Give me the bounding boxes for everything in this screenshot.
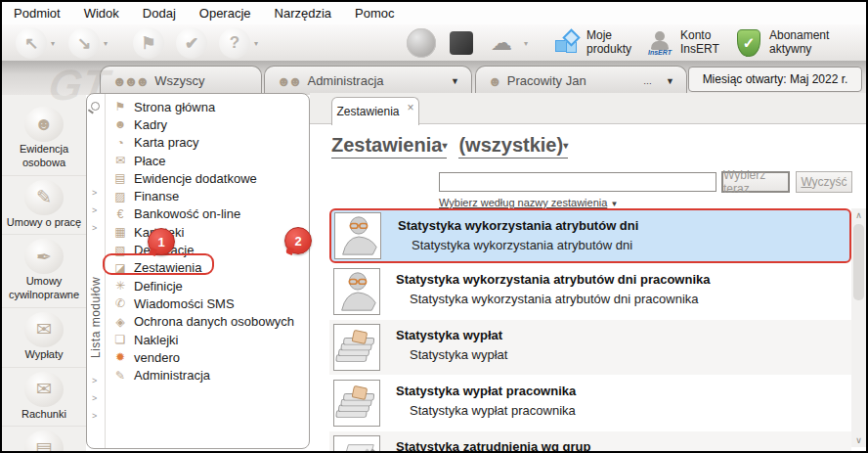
filter-by-name-link[interactable]: Wybierz według nazwy zestawienia ▼ [439,197,618,208]
report-item-statystyka-wykorzystania-atrybutow-dni-pracownika[interactable]: Statystyka wykorzystania atrybutów dni p… [329,264,851,319]
chevron-down-icon[interactable]: ▾ [254,39,258,48]
chevron-down-icon[interactable]: ▼ [451,76,459,86]
module-item-label: Naklejki [134,333,179,347]
chevron-down-icon[interactable]: ▾ [104,39,108,48]
expander-chevron-icon[interactable]: > [92,393,97,403]
modules-panel-title: Lista modułów [89,241,105,358]
cloud-icon: ☁ [491,30,512,56]
menu-widok[interactable]: Widok [84,6,119,21]
open-month-label: Miesiąc otwarty: Maj 2022 r. [703,72,848,86]
menu-dodaj[interactable]: Dodaj [143,6,176,21]
report-item-statystyka-wyplat[interactable]: Statystyka wypłat Statystyka wypłat [329,320,851,375]
chevron-down-icon: ▾ [563,140,568,151]
globe-button[interactable] [407,24,436,61]
report-item-statystyka-wyplat-pracownika[interactable]: Statystyka wypłat pracownika Statystyka … [329,376,851,430]
cube-button[interactable] [450,24,473,61]
chevron-down-icon[interactable]: ▼ [666,76,674,86]
konto-insert-button[interactable]: InsERT Konto InsERT [647,24,725,61]
module-item-label: Zestawienia [134,260,201,275]
expander-chevron-icon[interactable]: > [92,205,97,215]
report-item-statystyka-wykorzystania-atrybutow-dni[interactable]: Statystyka wykorzystania atrybutów dni S… [329,208,851,263]
report-item-statystyka-zatrudnienia-wg-grup[interactable]: Statystyka zatrudnienia wg grup Statysty… [329,431,851,451]
module-item-vendero[interactable]: ✹vendero [107,348,309,366]
heading-filter-dropdown[interactable]: (wszystkie)▾ [458,134,568,159]
search-input[interactable] [439,172,716,192]
module-item-definicje[interactable]: ✳Definicje [107,277,309,294]
sidebar-item-wyplaty[interactable]: ✉ Wypłaty [2,308,86,368]
heading-category-dropdown[interactable]: Zestawienia▾ [331,134,447,159]
module-item-karta-pracy[interactable]: ◔Karta pracy [107,134,309,152]
module-item-naklejki[interactable]: ❏Naklejki [107,331,309,348]
module-item-wiadomosci-sms[interactable]: ✆Wiadomości SMS [107,294,309,312]
module-item-kadry[interactable]: ☻Kadry [107,115,309,133]
module-item-strona-glowna[interactable]: ⚑Strona główna [107,98,309,115]
wybierz-teraz-label: Wybierz teraz [723,168,788,196]
check-flag-icon[interactable]: ✔ [176,27,207,59]
chevron-down-icon[interactable]: ▾ [524,39,528,48]
reports-icon: ◪ [112,261,128,275]
module-item-kartoteki[interactable]: ▦Kartoteki [107,223,309,241]
menu-podmiot[interactable]: Podmiot [14,6,61,21]
module-item-zestawienia[interactable]: ◪Zestawienia [107,259,309,277]
annotation-badge-1: 1 [148,228,175,255]
flag-icon[interactable]: ⚑ [133,27,164,59]
moje-produkty-button[interactable]: Moje produkty [555,24,641,61]
cursor-arrow-icon[interactable]: ↖ [16,27,47,59]
civil-contract-icon: ✒ [24,239,64,274]
bill-envelope-icon: ✉ [24,372,64,407]
module-item-label: Definicje [134,279,183,294]
expander-chevron-icon[interactable]: > [92,376,97,385]
tab-administracja[interactable]: ☻☻ Administracja ▼ [264,66,472,95]
wyczysc-button[interactable]: Wyczyść [796,171,852,193]
sidebar-item-rachunki[interactable]: ✉ Rachunki [2,368,86,428]
vendero-gear-icon: ✹ [112,350,128,364]
konto-insert-label: Konto InsERT [680,29,725,57]
declarations-icon: ▧ [112,244,128,257]
menu-operacje[interactable]: Operacje [199,6,251,21]
list-scrollbar[interactable]: ∧ ∨ [851,208,866,447]
help-icon[interactable]: ? [219,27,250,59]
tab-zestawienia[interactable]: Zestawienia × [331,97,419,125]
heading-category-label: Zestawienia [331,134,442,156]
person-icon: ☻ [24,107,64,142]
module-item-ewidencje-dodatkowe[interactable]: ▤Ewidencje dodatkowe [107,169,309,187]
module-item-place[interactable]: ✉Płace [107,152,309,169]
scroll-up-icon[interactable]: ∧ [851,210,866,220]
scroll-down-icon[interactable]: ∨ [851,435,866,445]
close-icon[interactable]: × [408,101,414,114]
scrollbar-thumb[interactable] [853,224,864,300]
sidebar-item-deklaracje-skarbowe[interactable]: ▤ Deklaracje skarbowe [2,427,86,453]
abonament-button[interactable]: ✓ Abonament aktywny [737,24,866,61]
expander-chevron-icon[interactable]: > [92,223,97,233]
sidebar-item-umowy-cywilnoprawne[interactable]: ✒ Umowy cywilnoprawne [2,235,86,308]
admin-edit-icon: ✎ [112,369,128,383]
ellipsis-icon[interactable]: … [643,76,652,86]
module-item-finanse[interactable]: ▨Finanse [107,187,309,204]
module-item-label: vendero [134,350,180,365]
expander-chevron-icon[interactable]: > [92,411,97,421]
people-group-icon: ☻☻☻ [112,73,147,89]
tab-wszyscy[interactable]: ☻☻☻ Wszyscy [100,66,262,95]
chevron-down-icon[interactable]: ▾ [51,39,55,48]
report-subtitle: Statystyka wykorzystania atrybutów dni p… [410,292,699,306]
sidebar-item-ewidencja-osobowa[interactable]: ☻ Ewidencja osobowa [2,103,86,176]
cloud-sync-button[interactable]: ☁ [491,24,512,61]
module-item-administracja[interactable]: ✎Administracja [107,366,309,384]
menu-narzedzia[interactable]: Narzędzia [275,6,332,21]
open-month-panel: Miesiąc otwarty: Maj 2022 r. [688,67,862,92]
send-arrow-icon[interactable]: ↘ [68,27,100,59]
menu-pomoc[interactable]: Pomoc [355,6,394,21]
module-item-ochrona-danych-osobowych[interactable]: ◈Ochrona danych osobowych [107,313,309,331]
pin-search-icon[interactable] [91,102,100,111]
heading-filter-label: (wszystkie) [458,134,563,156]
report-title: Statystyka wypłat pracownika [396,384,576,398]
labels-icon: ❏ [112,333,128,346]
tab-pracowity-jan[interactable]: ☻ Pracowity Jan … ▼ [475,66,687,95]
module-item-deklaracje[interactable]: ▧Deklaracje [107,241,309,258]
module-item-bankowosc-on-line[interactable]: €Bankowość on-line [107,205,309,223]
sidebar-item-umowy-o-prace[interactable]: ✎ Umowy o pracę [2,176,86,236]
wybierz-teraz-button[interactable]: Wybierz teraz [721,171,790,193]
report-subtitle: Statystyka wypłat pracownika [410,403,576,418]
expander-chevron-icon[interactable]: > [92,188,97,198]
person-icon: ☻ [488,73,499,89]
